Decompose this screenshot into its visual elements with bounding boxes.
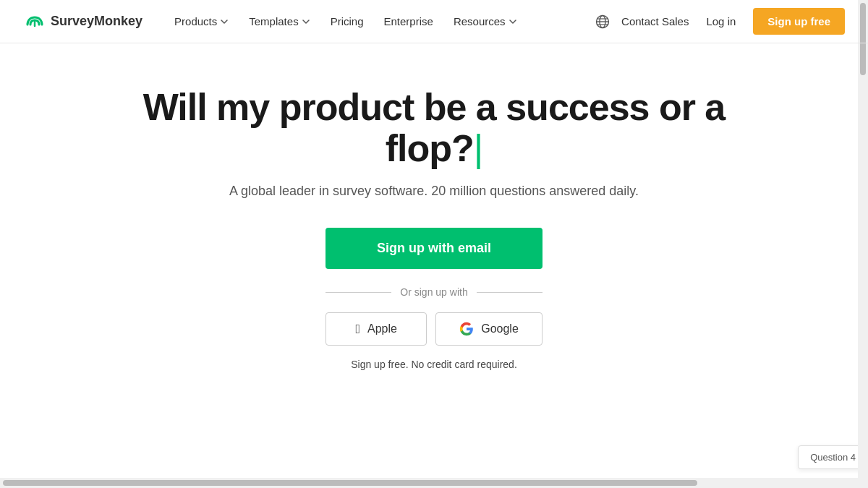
contact-sales-link[interactable]: Contact Sales [621, 15, 689, 27]
social-buttons:  Apple Google [326, 312, 542, 346]
nav-pricing[interactable]: Pricing [322, 9, 373, 33]
vertical-scrollbar[interactable] [858, 0, 868, 488]
globe-icon [595, 14, 610, 29]
nav-templates[interactable]: Templates [240, 9, 318, 33]
brand-name: SurveyMonkey [51, 14, 142, 29]
cursor: | [474, 127, 483, 169]
nav-products[interactable]: Products [166, 9, 237, 33]
or-divider: Or sign up with [326, 286, 542, 298]
nav-right: Contact Sales Log in Sign up free [592, 8, 845, 35]
navbar: SurveyMonkey Products Templates Pricing … [0, 0, 868, 43]
horizontal-scrollbar[interactable] [0, 478, 868, 488]
templates-chevron-icon [302, 17, 310, 26]
apple-label: Apple [367, 322, 397, 335]
signup-email-button[interactable]: Sign up with email [326, 228, 542, 269]
language-selector[interactable] [592, 12, 613, 32]
nav-links: Products Templates Pricing Enterprise Re… [166, 9, 592, 33]
apple-icon:  [355, 322, 360, 335]
divider-line-left [326, 292, 391, 293]
fine-print: Sign up free. No credit card required. [351, 359, 517, 370]
hero-title: Will my product be a success or a flop?| [127, 87, 741, 169]
products-chevron-icon [220, 17, 229, 26]
surveymonkey-logo-icon [23, 10, 46, 33]
apple-signup-button[interactable]:  Apple [326, 312, 427, 346]
hero-section: Will my product be a success or a flop?|… [0, 43, 868, 399]
horizontal-scrollbar-thumb[interactable] [3, 480, 697, 486]
google-signup-button[interactable]: Google [435, 312, 542, 346]
nav-enterprise[interactable]: Enterprise [375, 9, 442, 33]
hero-subtitle: A global leader in survey software. 20 m… [229, 184, 639, 199]
google-icon [459, 322, 474, 336]
resources-chevron-icon [509, 17, 517, 26]
divider-line-right [477, 292, 542, 293]
or-text: Or sign up with [400, 286, 467, 298]
login-link[interactable]: Log in [697, 9, 744, 33]
google-label: Google [481, 322, 519, 335]
nav-resources[interactable]: Resources [445, 9, 526, 33]
logo[interactable]: SurveyMonkey [23, 10, 142, 33]
nav-signup-button[interactable]: Sign up free [753, 8, 845, 35]
